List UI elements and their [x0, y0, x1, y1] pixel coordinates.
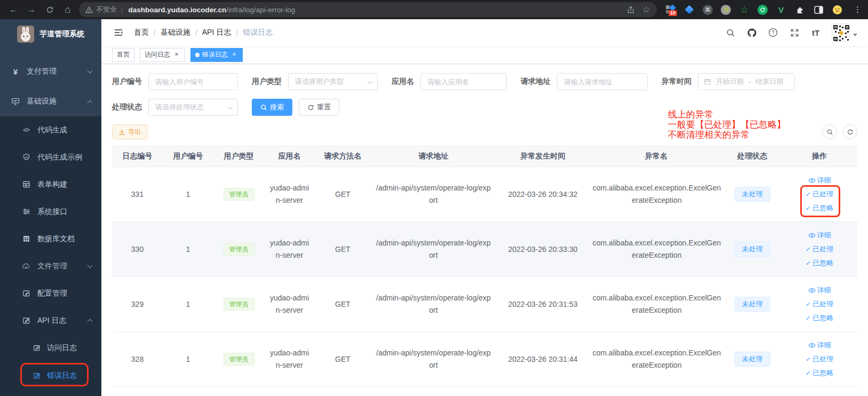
- date-separator: -: [748, 78, 751, 86]
- sidebar-toggle-icon[interactable]: [109, 23, 128, 42]
- browser-chrome: ← → ⌂ 不安全 | dashboard.yudao.iocoder.cn/i…: [0, 0, 868, 19]
- tab-home[interactable]: 首页: [112, 48, 134, 62]
- sidebar-item-api-log[interactable]: API 日志: [0, 307, 101, 334]
- eye-icon: [808, 342, 816, 349]
- download-icon: [118, 129, 125, 136]
- browser-home-icon[interactable]: ⌂: [61, 3, 75, 17]
- breadcrumb-home[interactable]: 首页: [134, 28, 149, 37]
- sidebar-item-file-management[interactable]: 文件管理: [0, 252, 101, 280]
- col-method: 请求方法名: [315, 146, 371, 167]
- sidebar-item-database-docs[interactable]: 数据库文档: [0, 225, 101, 252]
- toggle-search-button[interactable]: [822, 124, 837, 139]
- breadcrumb-infrastructure[interactable]: 基础设施: [161, 28, 190, 37]
- extension-axure-icon[interactable]: 10: [665, 4, 676, 15]
- detail-link[interactable]: 详细: [808, 283, 831, 297]
- filter-process-status: 处理状态 请选择处理状态: [112, 99, 238, 116]
- refresh-table-button[interactable]: [842, 124, 857, 139]
- extension-emoji-icon[interactable]: [832, 4, 842, 15]
- tab-error-log[interactable]: 错误日志 ×: [190, 48, 243, 62]
- close-icon[interactable]: ×: [173, 51, 180, 59]
- url-bar[interactable]: 不安全 | dashboard.yudao.iocoder.cn/infra/l…: [79, 2, 657, 17]
- sidebar-item-access-log[interactable]: 访问日志: [0, 334, 101, 362]
- close-icon[interactable]: ×: [230, 51, 238, 59]
- search-button[interactable]: 搜索: [252, 99, 292, 116]
- col-exception-name: 异常名: [590, 146, 723, 167]
- sidebar-item-payment[interactable]: ¥ 支付管理: [0, 57, 101, 86]
- mark-ignored-link[interactable]: ✓ 已忽略: [806, 366, 833, 380]
- sidebar-item-error-log[interactable]: 错误日志: [0, 362, 101, 390]
- extension-recorder-icon[interactable]: [721, 5, 731, 15]
- reset-button[interactable]: 重置: [299, 99, 339, 116]
- user-type-select[interactable]: 请选择用户类型: [288, 73, 378, 90]
- cell-user-id: 1: [186, 245, 190, 254]
- mark-processed-link[interactable]: ✓ 已处理: [806, 297, 833, 311]
- extension-command-icon[interactable]: ⌘: [703, 5, 713, 15]
- date-range-picker[interactable]: 开始日期 - 结束日期: [698, 73, 795, 90]
- help-icon[interactable]: ?: [765, 24, 782, 41]
- edit-square-icon: [21, 289, 31, 297]
- main-area: 首页 / 基础设施 / API 日志 / 错误日志: [101, 19, 868, 396]
- cell-method: GET: [335, 355, 351, 363]
- share-icon[interactable]: [627, 5, 635, 14]
- user-type-tag: 管理员: [224, 353, 254, 366]
- col-actions: 操作: [782, 146, 857, 167]
- sidebar-item-system-api[interactable]: 系统接口: [0, 198, 101, 225]
- request-url-input[interactable]: [557, 73, 648, 90]
- browser-forward-icon[interactable]: →: [25, 3, 38, 17]
- mark-processed-link[interactable]: ✓ 已处理: [806, 352, 833, 366]
- extension-star-icon[interactable]: ☆: [739, 4, 750, 15]
- github-icon[interactable]: [743, 24, 760, 41]
- top-navbar: 首页 / 基础设施 / API 日志 / 错误日志: [101, 19, 868, 46]
- mark-processed-link[interactable]: ✓ 已处理: [806, 187, 833, 201]
- process-status-select[interactable]: 请选择处理状态: [148, 99, 238, 116]
- browser-reload-icon[interactable]: [43, 3, 57, 17]
- extension-sync-icon[interactable]: [758, 5, 768, 15]
- table-icon: [21, 235, 31, 243]
- filter-user-id: 用户编号: [112, 73, 238, 90]
- user-id-input[interactable]: [148, 73, 238, 90]
- sidebar-item-code-generation-example[interactable]: 代码生成示例: [0, 144, 101, 171]
- text-size-icon[interactable]: tT: [807, 24, 824, 41]
- sidebar-item-infrastructure[interactable]: 基础设施: [0, 86, 101, 116]
- detail-link[interactable]: 详细: [808, 338, 831, 352]
- detail-link[interactable]: 详细: [808, 173, 831, 187]
- tab-access-log[interactable]: 访问日志 ×: [140, 48, 185, 62]
- sidebar-item-form-builder[interactable]: 表单构建: [0, 171, 101, 198]
- search-icon[interactable]: [722, 24, 739, 41]
- cell-exception-name: com.alibaba.excel.exception.ExcelGenerat…: [591, 292, 723, 316]
- cell-exception-time: 2022-03-26 20:33:30: [508, 245, 578, 254]
- browser-back-icon[interactable]: ←: [6, 3, 20, 17]
- check-icon: ✓: [806, 311, 811, 325]
- fullscreen-icon[interactable]: [786, 24, 803, 41]
- bookmark-star-icon[interactable]: ☆: [642, 4, 650, 15]
- mark-ignored-link[interactable]: ✓ 已忽略: [806, 311, 833, 325]
- extension-puzzle-icon[interactable]: [794, 4, 805, 15]
- export-button[interactable]: 导出: [112, 124, 147, 139]
- detail-link[interactable]: 详细: [808, 228, 831, 242]
- app-title: 芋道管理系统: [39, 29, 84, 39]
- logo[interactable]: 芋道管理系统: [0, 19, 101, 49]
- cell-app-name: yudao-admin-server: [270, 292, 309, 316]
- extension-sidepanel-icon[interactable]: [813, 4, 824, 15]
- app-name-input[interactable]: [420, 73, 507, 90]
- col-request-url: 请求地址: [371, 146, 496, 167]
- refresh-icon: [847, 129, 854, 136]
- extension-vue-icon[interactable]: V: [776, 4, 786, 15]
- browser-menu-icon[interactable]: ⋮: [854, 5, 862, 14]
- extension-gem-icon[interactable]: [684, 4, 695, 15]
- mark-ignored-link[interactable]: ✓ 已忽略: [806, 256, 833, 270]
- breadcrumb-api-log[interactable]: API 日志: [202, 28, 231, 37]
- check-icon: ✓: [806, 297, 811, 311]
- tags-view-bar: 首页 访问日志 × 错误日志 ×: [101, 46, 868, 64]
- mark-ignored-link[interactable]: ✓ 已忽略: [806, 201, 833, 215]
- security-label: 不安全: [96, 5, 117, 14]
- sliders-icon: [21, 208, 31, 216]
- mark-processed-link[interactable]: ✓ 已处理: [806, 242, 833, 256]
- filter-user-type: 用户类型 请选择用户类型: [252, 73, 378, 90]
- sidebar-item-code-generation[interactable]: </> 代码生成: [0, 116, 101, 144]
- status-badge: 未处理: [735, 242, 770, 257]
- user-menu[interactable]: [832, 23, 857, 42]
- sidebar-item-config-management[interactable]: 配置管理: [0, 280, 101, 307]
- navbar-actions: ? tT: [722, 23, 857, 42]
- form-grid-icon: [21, 180, 31, 188]
